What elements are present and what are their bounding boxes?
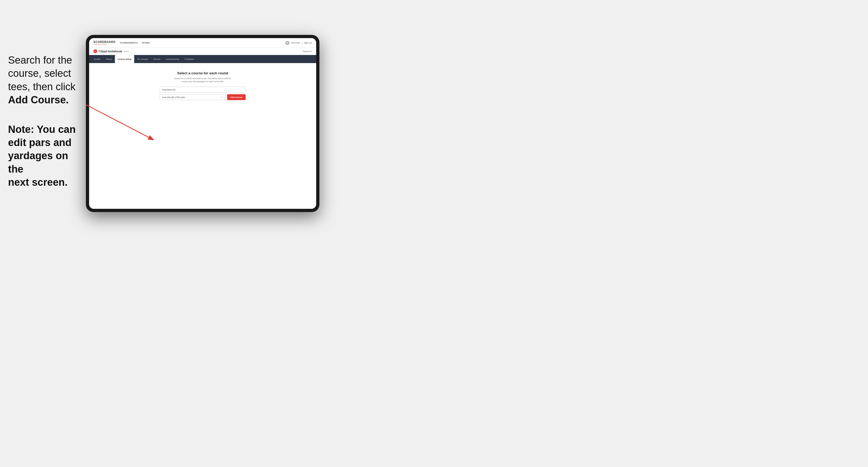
annotation-line1: Search for the	[8, 54, 83, 67]
tab-course-setup[interactable]: Course Setup	[115, 55, 134, 63]
logo: SCOREBOARD Powered by clippd	[93, 41, 116, 45]
tab-printables[interactable]: Printables	[182, 55, 197, 63]
tab-teams[interactable]: Teams	[103, 55, 115, 63]
annotation-note: Note: You can edit pars and yardages on …	[8, 123, 83, 189]
user-avatar: B	[285, 41, 289, 45]
tablet-device: SCOREBOARD Powered by clippd TOURNAMENTS…	[86, 35, 319, 212]
sub-header: C Clippd Invitational (Men) Cancel ✕	[89, 48, 316, 55]
top-nav-links: TOURNAMENTS TEAMS	[120, 41, 285, 44]
tournament-title: C Clippd Invitational (Men)	[93, 50, 129, 53]
main-content: Select a course for each round Search fo…	[89, 63, 316, 209]
left-annotation: Search for the course, select tees, then…	[8, 54, 83, 189]
signout-link[interactable]: Sign out	[304, 41, 312, 44]
nav-teams[interactable]: TEAMS	[142, 41, 150, 44]
form-title: Select a course for each round	[177, 71, 228, 75]
tablet-screen: SCOREBOARD Powered by clippd TOURNAMENTS…	[89, 38, 316, 209]
tab-details[interactable]: Details	[91, 55, 103, 63]
user-label: Test User	[291, 41, 300, 44]
add-course-button[interactable]: Add Course	[227, 94, 246, 100]
tab-bar: Details Teams Course Setup Tee Groups Re…	[89, 55, 316, 63]
cancel-button[interactable]: Cancel ✕	[303, 50, 312, 53]
logo-sub: Powered by clippd	[93, 43, 116, 45]
course-search-input[interactable]	[160, 87, 246, 93]
annotation-line2: course, select	[8, 67, 83, 80]
annotation-bold: Add Course.	[8, 93, 83, 106]
tee-select[interactable]: Gold (M) (M) (7010 yds)	[160, 94, 225, 100]
annotation-line3: tees, then click	[8, 80, 83, 93]
tournament-name: Clippd Invitational	[99, 50, 122, 53]
top-nav-right: B Test User | Sign out	[285, 41, 312, 45]
tab-tee-groups[interactable]: Tee Groups	[134, 55, 151, 63]
nav-tournaments[interactable]: TOURNAMENTS	[120, 41, 138, 44]
tournament-gender: (Men)	[124, 50, 129, 53]
tee-select-row: Gold (M) (M) (7010 yds) Add Course	[160, 94, 246, 100]
top-nav-bar: SCOREBOARD Powered by clippd TOURNAMENTS…	[89, 38, 316, 48]
form-description: Search for a course and select a tee. Yo…	[174, 77, 231, 83]
logo-text: SCOREBOARD	[93, 41, 116, 43]
course-form: Select a course for each round Search fo…	[160, 71, 246, 100]
separator: |	[302, 41, 303, 44]
tee-select-wrapper: Gold (M) (M) (7010 yds)	[160, 94, 225, 100]
tournament-icon: C	[93, 50, 97, 53]
tab-results[interactable]: Results	[151, 55, 163, 63]
tab-leaderboards[interactable]: Leaderboards	[163, 55, 182, 63]
